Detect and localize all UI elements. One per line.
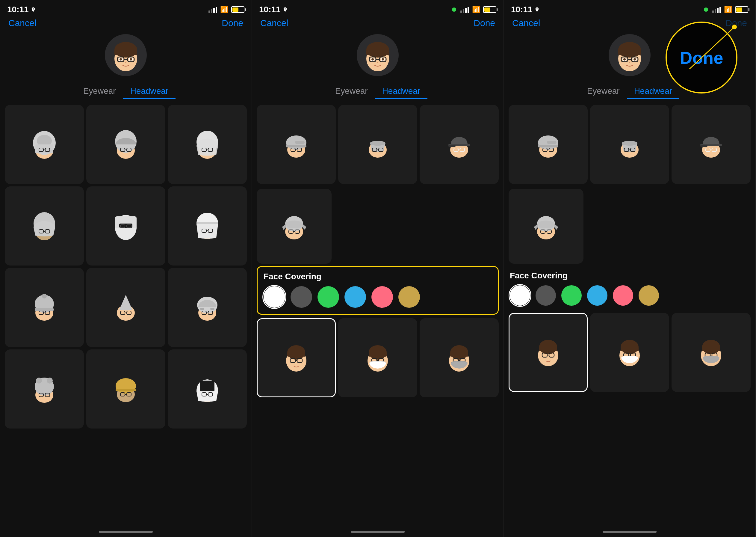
headwear-grid-1 [0,103,251,431]
hw2-snapback[interactable] [420,105,499,184]
status-time-2: 10:11 [259,5,288,15]
headwear-item-bike-helmet[interactable] [168,268,247,347]
svg-point-88 [382,58,384,61]
tab-headwear-3[interactable]: Headwear [627,84,680,99]
svg-rect-92 [295,141,305,144]
tab-eyewear-3[interactable]: Eyewear [580,84,627,99]
svg-point-64 [47,378,53,384]
svg-rect-156 [700,145,707,147]
svg-point-63 [36,378,42,384]
nav-bar-2: Cancel Done [252,15,504,31]
mask-item-none-2[interactable] [257,318,336,397]
color-swatch-white-3[interactable] [510,285,530,306]
color-swatch-teal-2[interactable] [318,286,339,308]
svg-rect-120 [369,352,387,356]
hw3-bucket[interactable] [590,105,669,184]
color-swatch-pink-3[interactable] [613,285,633,306]
headwear-item-keffiyeh[interactable] [168,186,247,266]
svg-rect-167 [539,347,557,351]
hw2-flatcap[interactable] [257,105,336,184]
hw2-viking[interactable] [257,189,331,264]
wifi-icon-1: 📶 [220,6,228,14]
done-button-3[interactable]: Done [726,18,747,28]
headwear-item-niqab[interactable] [86,186,165,266]
status-icons-1: 📶 [208,6,245,14]
headwear-item-hijab-wrap[interactable] [86,105,165,184]
tab-eyewear-1[interactable]: Eyewear [76,84,123,99]
location-icon-1 [30,7,36,12]
hw3-viking[interactable] [509,189,584,264]
svg-rect-134 [618,50,641,55]
signal-icon-2 [460,6,469,13]
svg-rect-34 [119,224,132,228]
hw3-snapback[interactable] [671,105,751,184]
headwear-item-beanie[interactable] [5,268,84,347]
wifi-icon-2: 📶 [472,6,480,14]
avatar-preview-1 [0,31,251,79]
color-swatch-blue-3[interactable] [587,285,607,306]
mask-item-gray-2[interactable] [420,318,499,397]
viking-row-2 [252,186,504,266]
svg-rect-103 [448,145,456,147]
tab-headwear-2[interactable]: Headwear [375,84,428,99]
svg-rect-46 [35,308,54,311]
color-swatch-pink-2[interactable] [371,286,393,308]
color-swatch-gold-3[interactable] [639,285,659,306]
mask-item-white-3[interactable] [590,313,669,392]
svg-rect-91 [286,145,306,147]
color-swatch-teal-3[interactable] [561,285,582,306]
avatar-svg-2 [360,37,396,73]
headwear-item-hijab-gray[interactable] [5,105,84,184]
svg-rect-145 [547,141,556,144]
hw2-bucket[interactable] [338,105,417,184]
cancel-button-3[interactable]: Cancel [512,18,540,28]
svg-rect-173 [621,347,639,351]
svg-rect-114 [287,352,305,356]
headwear-item-cone-hat[interactable] [86,268,165,347]
headwear-grid-2 [252,103,504,186]
headwear-item-construction[interactable] [86,350,165,429]
svg-point-140 [623,58,626,61]
color-swatch-white-2[interactable] [264,286,285,308]
cancel-button-1[interactable]: Cancel [8,18,36,28]
status-icons-2: 📶 [452,6,496,14]
mask-item-white-2[interactable] [338,318,417,397]
svg-rect-144 [538,145,558,147]
color-swatch-blue-2[interactable] [344,286,366,308]
home-indicator-3 [603,531,657,533]
hw3-flatcap[interactable] [509,105,588,184]
green-dot-3 [704,8,708,12]
signal-icon-3 [712,6,721,13]
annotation-text: Done [680,48,723,68]
svg-rect-2 [114,50,137,55]
face-covering-title-3: Face Covering [510,271,749,280]
battery-icon-1 [231,6,245,13]
battery-icon-3 [735,6,748,13]
avatar-svg-3 [612,37,648,73]
status-bar-3: 10:11 📶 [504,0,755,15]
svg-point-150 [622,141,637,145]
cancel-button-2[interactable]: Cancel [260,18,288,28]
annotation-circle: Done [665,21,737,94]
tab-headwear-1[interactable]: Headwear [123,84,176,99]
phone-panel-3: 10:11 📶 Cancel Done Done [504,0,756,537]
mask-item-gray-3[interactable] [671,313,751,392]
battery-icon-2 [483,6,496,13]
color-swatch-gold-2[interactable] [398,286,420,308]
color-swatch-dark-3[interactable] [536,285,556,306]
headwear-item-nun[interactable] [168,350,247,429]
tab-eyewear-2[interactable]: Eyewear [328,84,375,99]
done-button-1[interactable]: Done [222,18,243,28]
headwear-grid-3 [504,103,755,186]
nav-bar-1: Cancel Done [0,15,251,31]
headwear-item-bear-beanie[interactable] [5,350,84,429]
svg-rect-39 [197,222,218,224]
mask-item-none-3[interactable] [509,313,588,392]
face-covering-title-2: Face Covering [264,272,492,281]
color-swatch-dark-2[interactable] [290,286,312,308]
done-button-2[interactable]: Done [473,18,495,28]
svg-point-97 [370,141,386,145]
wifi-icon-3: 📶 [724,6,732,14]
headwear-item-hijab-brown[interactable] [5,186,84,266]
headwear-item-hijab-light[interactable] [168,105,247,184]
